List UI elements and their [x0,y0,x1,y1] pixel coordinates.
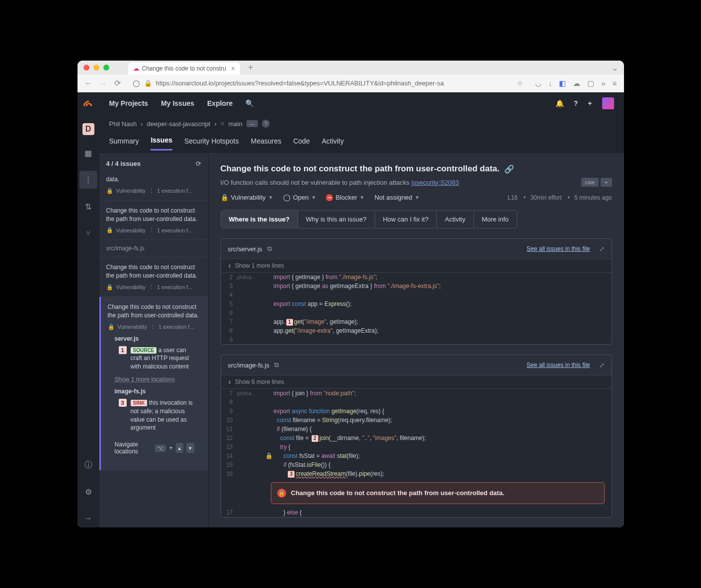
tab-summary[interactable]: Summary [109,137,139,150]
step-badge-1[interactable]: 1 [286,319,293,326]
issue-item[interactable]: Change this code to not construct the pa… [99,257,208,297]
browser-tab[interactable]: ☁ Change this code to not constru × [128,63,240,74]
forward-button[interactable]: → [99,79,107,88]
location-item[interactable]: 1 SOURCE a user can craft an HTTP reques… [115,346,194,371]
tab-issues[interactable]: Issues [151,136,172,150]
breadcrumb-branch[interactable]: main [229,120,242,128]
next-location-button[interactable]: ▼ [186,443,194,453]
detail-tabs: Where is the issue? Why is this an issue… [221,210,517,228]
refresh-icon[interactable]: ⟳ [196,160,201,167]
sonar-logo[interactable] [82,98,94,110]
breadcrumb-owner[interactable]: Phil Nash [109,120,137,128]
url-text: https://sonarcloud.io/project/issues?res… [156,79,513,87]
issue-item[interactable]: Change this code to not construct the pa… [99,201,208,240]
tab-hotspots[interactable]: Security Hotspots [184,137,239,150]
sink-tag: SINK [131,400,148,406]
tab-measures[interactable]: Measures [251,137,281,150]
issue-item-selected[interactable]: Change this code to not construct the pa… [99,297,208,470]
tab-activity[interactable]: Activity [322,137,344,150]
tab-where[interactable]: Where is the issue? [221,211,298,228]
copy-path-icon[interactable]: ⧉ [267,245,272,253]
step-badge-2[interactable]: 2 [312,435,318,442]
branch-help-icon[interactable]: ? [262,120,270,128]
bookmark-star-icon[interactable]: ☆ [517,79,523,87]
pocket-icon[interactable]: ◡ [535,79,542,88]
user-avatar[interactable] [602,97,614,109]
open-icon: ◯ [283,194,291,201]
new-tab-button[interactable]: + [248,63,253,73]
expand-icon[interactable]: ⤢ [599,362,605,369]
copy-path-icon[interactable]: ⧉ [274,361,279,369]
show-more-lines[interactable]: ↕ Show 6 more lines [221,375,612,388]
tab-overflow-button[interactable]: ⌄ [612,63,618,73]
minimize-window-button[interactable] [93,65,99,71]
collapse-icon[interactable]: → [79,510,97,527]
overflow-icon[interactable]: » [601,79,605,87]
prev-location-button[interactable]: ▲ [176,443,184,453]
issue-icon[interactable]: ⦚ [79,171,97,189]
type-dropdown[interactable]: 🔒Vulnerability▼ [221,194,273,201]
extension2-icon[interactable]: ☁ [573,79,580,88]
effort: 30min effort [524,194,562,201]
search-icon[interactable]: 🔍 [245,99,254,107]
tag-more[interactable]: + [601,178,612,187]
extension-icon[interactable]: ◧ [559,79,566,88]
permalink-icon[interactable]: 🔗 [504,164,514,174]
see-all-issues-link[interactable]: See all issues in this file [527,245,590,252]
tab-why[interactable]: Why is this an issue? [298,211,375,228]
lock-icon: 🔒 [106,284,113,291]
extension3-icon[interactable]: ▢ [587,79,594,88]
nav-explore[interactable]: Explore [207,99,233,107]
branch-icon[interactable]: ⑂ [79,224,97,242]
lock-icon: 🔒 [106,227,113,233]
shield-icon: ◯ [133,79,140,87]
close-tab-button[interactable]: × [231,65,235,73]
show-more-locations[interactable]: Show 1 more locations [115,376,194,383]
back-button[interactable]: ← [84,79,92,88]
tab-detail-activity[interactable]: Activity [437,211,473,228]
reload-button[interactable]: ⟳ [114,78,121,88]
code-card-server: src/server.js ⧉ See all issues in this f… [221,238,612,345]
lock-icon: 🔒 [221,194,229,201]
lock-icon: 🔒 [106,188,113,194]
bell-icon[interactable]: 🔔 [555,99,564,107]
lock-badge-icon: 🔒 [277,489,286,498]
step-badge-3: 3 [119,399,127,407]
plus-icon[interactable]: + [588,99,592,107]
step-badge-3[interactable]: 3 [288,471,295,478]
issue-title: Change this code to not construct the pa… [221,164,500,174]
see-all-issues-link[interactable]: See all issues in this file [527,362,590,368]
menu-icon[interactable]: ≡ [613,79,617,87]
lock-icon: 🔒 [108,324,115,330]
severity-dropdown[interactable]: ━Blocker▼ [326,194,364,201]
assignee-dropdown[interactable]: Not assigned▼ [375,194,420,201]
show-more-lines[interactable]: ↕ Show 1 more lines [221,259,612,272]
tag-cwe[interactable]: cwe [581,178,599,187]
issue-banner: 🔒 Change this code to not construct the … [271,482,605,504]
rule-link[interactable]: jssecurity:S2083 [411,179,459,186]
breadcrumb-project[interactable]: deeper-sast-javascript [147,120,210,128]
info-icon[interactable]: ⓘ [79,456,97,474]
org-badge[interactable]: D [82,123,94,135]
maximize-window-button[interactable] [103,65,109,71]
downloads-icon[interactable]: ↓ [548,79,552,87]
nav-my-projects[interactable]: My Projects [109,99,149,107]
help-icon[interactable]: ? [574,99,578,107]
file-group-label: src/image-fs.js [99,240,208,257]
address-bar[interactable]: ◯ 🔒 https://sonarcloud.io/project/issues… [128,79,528,87]
settings-icon[interactable]: ⚙ [79,483,97,501]
grid-icon[interactable]: ▦ [79,144,97,162]
expand-icon[interactable]: ⤢ [599,245,605,253]
issue-item[interactable]: data. 🔒Vulnerability⋮1 execution f... [99,173,208,201]
top-navigation: My Projects My Issues Explore 🔍 🔔 ? + [99,92,624,114]
tab-how[interactable]: How can I fix it? [375,211,437,228]
tab-more-info[interactable]: More info [474,211,517,228]
status-dropdown[interactable]: ◯Open▼ [283,194,316,201]
nav-my-issues[interactable]: My Issues [161,99,194,107]
close-window-button[interactable] [83,65,89,71]
tab-code[interactable]: Code [293,137,310,150]
pull-request-icon[interactable]: ⇅ [79,198,97,216]
location-item[interactable]: 3 SINK this invocation is not safe; a ma… [115,399,194,432]
branch-badge: — [246,120,258,127]
traffic-lights [83,65,109,71]
